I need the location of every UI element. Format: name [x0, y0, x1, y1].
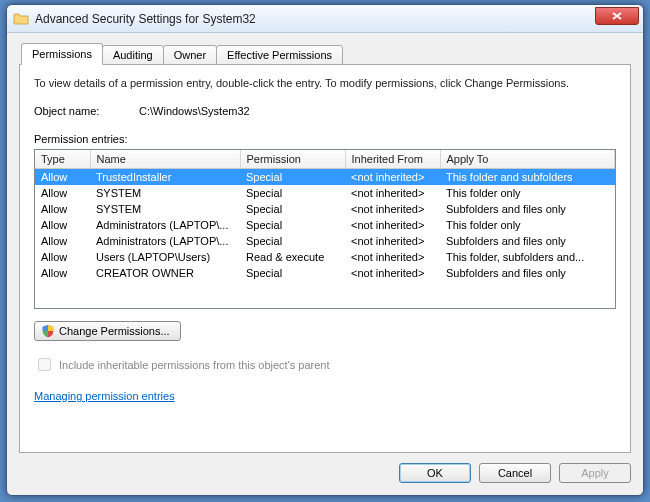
column-header-type[interactable]: Type — [35, 150, 90, 169]
table-row[interactable]: AllowCREATOR OWNERSpecial<not inherited>… — [35, 265, 615, 281]
table-cell: Allow — [35, 249, 90, 265]
cancel-button[interactable]: Cancel — [479, 463, 551, 483]
include-inheritable-checkbox — [38, 358, 51, 371]
table-cell: Administrators (LAPTOP\... — [90, 233, 240, 249]
table-row[interactable]: AllowSYSTEMSpecial<not inherited>This fo… — [35, 185, 615, 201]
tab-effective-permissions[interactable]: Effective Permissions — [216, 45, 343, 65]
table-row[interactable]: AllowAdministrators (LAPTOP\...Special<n… — [35, 217, 615, 233]
table-cell: <not inherited> — [345, 265, 440, 281]
tab-auditing[interactable]: Auditing — [102, 45, 164, 65]
dialog-footer: OK Cancel Apply — [19, 463, 631, 483]
close-button[interactable] — [595, 7, 639, 25]
column-header-inherited-from[interactable]: Inherited From — [345, 150, 440, 169]
table-cell: <not inherited> — [345, 233, 440, 249]
permission-entries-label: Permission entries: — [34, 133, 616, 145]
table-cell: <not inherited> — [345, 249, 440, 265]
managing-permission-entries-link[interactable]: Managing permission entries — [34, 390, 175, 402]
permission-entries-table[interactable]: Type Name Permission Inherited From Appl… — [34, 149, 616, 309]
table-cell: CREATOR OWNER — [90, 265, 240, 281]
table-cell: Read & execute — [240, 249, 345, 265]
table-row[interactable]: AllowTrustedInstallerSpecial<not inherit… — [35, 169, 615, 186]
table-header-row: Type Name Permission Inherited From Appl… — [35, 150, 615, 169]
table-cell: Allow — [35, 169, 90, 186]
table-cell: Special — [240, 185, 345, 201]
table-cell: <not inherited> — [345, 217, 440, 233]
table-row[interactable]: AllowAdministrators (LAPTOP\...Special<n… — [35, 233, 615, 249]
column-header-permission[interactable]: Permission — [240, 150, 345, 169]
close-icon — [612, 12, 622, 20]
table-cell: Subfolders and files only — [440, 233, 615, 249]
table-cell: This folder only — [440, 217, 615, 233]
table-cell: SYSTEM — [90, 201, 240, 217]
window-title: Advanced Security Settings for System32 — [35, 12, 595, 26]
tab-pane-permissions: To view details of a permission entry, d… — [19, 64, 631, 453]
table-cell: Allow — [35, 233, 90, 249]
table-cell: <not inherited> — [345, 185, 440, 201]
include-inheritable-row: Include inheritable permissions from thi… — [34, 355, 616, 374]
table-cell: This folder and subfolders — [440, 169, 615, 186]
table-cell: Special — [240, 265, 345, 281]
tab-owner[interactable]: Owner — [163, 45, 217, 65]
table-row[interactable]: AllowSYSTEMSpecial<not inherited>Subfold… — [35, 201, 615, 217]
change-permissions-button[interactable]: Change Permissions... — [34, 321, 181, 341]
ok-button[interactable]: OK — [399, 463, 471, 483]
object-name-row: Object name: C:\Windows\System32 — [34, 105, 616, 117]
table-cell: Subfolders and files only — [440, 265, 615, 281]
table-cell: Allow — [35, 265, 90, 281]
instruction-text: To view details of a permission entry, d… — [34, 77, 616, 89]
tab-strip: Permissions Auditing Owner Effective Per… — [21, 43, 631, 65]
titlebar[interactable]: Advanced Security Settings for System32 — [7, 5, 643, 33]
table-cell: Administrators (LAPTOP\... — [90, 217, 240, 233]
tab-permissions[interactable]: Permissions — [21, 43, 103, 65]
object-name-value: C:\Windows\System32 — [139, 105, 250, 117]
shield-icon — [41, 324, 55, 338]
object-name-label: Object name: — [34, 105, 139, 117]
table-cell: Subfolders and files only — [440, 201, 615, 217]
table-cell: Special — [240, 217, 345, 233]
table-cell: Allow — [35, 201, 90, 217]
client-area: Permissions Auditing Owner Effective Per… — [7, 33, 643, 495]
table-cell: SYSTEM — [90, 185, 240, 201]
table-cell: Users (LAPTOP\Users) — [90, 249, 240, 265]
table-cell: This folder, subfolders and... — [440, 249, 615, 265]
folder-icon — [13, 11, 29, 27]
table-row[interactable]: AllowUsers (LAPTOP\Users)Read & execute<… — [35, 249, 615, 265]
table-cell: This folder only — [440, 185, 615, 201]
table-cell: <not inherited> — [345, 169, 440, 186]
table-cell: Special — [240, 233, 345, 249]
table-cell: <not inherited> — [345, 201, 440, 217]
column-header-apply-to[interactable]: Apply To — [440, 150, 615, 169]
table-cell: Allow — [35, 185, 90, 201]
change-permissions-label: Change Permissions... — [59, 325, 170, 337]
table-cell: TrustedInstaller — [90, 169, 240, 186]
table-cell: Allow — [35, 217, 90, 233]
apply-button: Apply — [559, 463, 631, 483]
include-inheritable-label: Include inheritable permissions from thi… — [59, 359, 330, 371]
column-header-name[interactable]: Name — [90, 150, 240, 169]
security-settings-window: Advanced Security Settings for System32 … — [6, 4, 644, 496]
table-cell: Special — [240, 201, 345, 217]
table-cell: Special — [240, 169, 345, 186]
